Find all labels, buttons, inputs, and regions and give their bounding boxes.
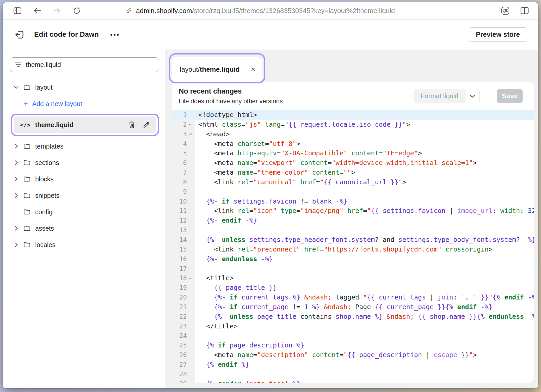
code-line-content: <title> [195, 273, 534, 283]
code-line-content: {%- unless page_title contains shop.name… [195, 312, 534, 322]
code-line-19: 19 {{ page_title }} [172, 283, 534, 293]
desktop-background: admin.shopify.com/store/rzq1xu-f5/themes… [0, 0, 541, 392]
forward-arrow-icon[interactable] [53, 6, 62, 15]
chevron-down-icon[interactable] [14, 85, 19, 89]
pencil-icon[interactable] [143, 121, 150, 128]
line-number: 14 [172, 235, 195, 245]
preview-store-button[interactable]: Preview store [468, 27, 528, 42]
line-number: 2 [172, 120, 195, 130]
sidebar-item-assets[interactable]: assets [10, 222, 159, 235]
tab-theme-liquid[interactable]: layout/theme.liquid × [172, 57, 262, 83]
file-tree: layout+Add a new layout</>theme.liquidte… [10, 81, 159, 251]
code-line-23: 23 </title> [172, 322, 534, 331]
folder-label: assets [35, 225, 54, 232]
line-number: 19 [172, 283, 195, 293]
fold-chevron-icon[interactable] [187, 133, 194, 136]
line-number: 12 [172, 216, 195, 225]
line-number: 24 [172, 331, 195, 341]
code-line-content: <head> [195, 130, 534, 139]
code-line-21: 21 {%- if current_page != 1 %} &ndash; P… [172, 302, 534, 312]
format-liquid-label[interactable]: Format liquid [414, 89, 465, 103]
chevron-right-icon[interactable] [14, 176, 19, 182]
code-line-content: {% render 'meta-tags' %} [195, 379, 534, 383]
folder-label: snippets [35, 192, 59, 199]
code-line-9: 9 [172, 187, 534, 197]
code-line-content: {%- endunless -%} [195, 254, 534, 264]
code-line-10: 10 {%- if settings.favicon != blank -%} [172, 197, 534, 206]
folder-label: locales [35, 241, 56, 249]
code-line-content: {%- if current_page != 1 %} &ndash; Page… [195, 302, 534, 312]
code-line-content [195, 370, 534, 379]
save-button[interactable]: Save [497, 89, 523, 103]
line-number: 26 [172, 350, 195, 360]
code-line-content [195, 264, 534, 274]
format-liquid-button[interactable]: Format liquid [414, 89, 480, 103]
trash-icon[interactable] [128, 121, 135, 128]
tab-close-icon[interactable]: × [251, 65, 255, 73]
code-line-content: <link rel="icon" type="image/png" href="… [195, 206, 534, 216]
line-number: 16 [172, 254, 195, 264]
reload-icon[interactable] [72, 6, 81, 15]
code-line-content: <meta charset="utf-8"> [195, 139, 534, 149]
file-search-input[interactable]: theme.liquid [10, 57, 159, 72]
add-new-layout-button[interactable]: +Add a new layout [10, 97, 159, 110]
chevron-right-icon[interactable] [14, 160, 19, 166]
code-line-11: 11 <link rel="icon" type="image/png" hre… [172, 206, 534, 216]
code-line-content: {%- if settings.favicon != blank -%} [195, 197, 534, 206]
code-line-content: {% if page_description %} [195, 341, 534, 350]
version-status: No recent changes File does not have any… [172, 87, 283, 105]
exit-editor-icon[interactable] [14, 29, 25, 40]
code-line-content [195, 331, 534, 341]
sidebar-item-templates[interactable]: templates [10, 140, 159, 153]
sidebar-toggle-icon[interactable] [13, 6, 22, 15]
browser-window: admin.shopify.com/store/rzq1xu-f5/themes… [3, 2, 538, 388]
line-number: 5 [172, 149, 195, 158]
file-sidebar: theme.liquid layout+Add a new layout</>t… [3, 50, 165, 388]
chevron-right-icon[interactable] [14, 242, 19, 248]
line-number: 7 [172, 168, 195, 177]
format-options-dropdown[interactable] [465, 89, 480, 103]
more-actions-button[interactable]: ••• [110, 31, 120, 38]
line-number: 25 [172, 341, 195, 350]
sidebar-item-locales[interactable]: locales [10, 238, 159, 251]
split-view-icon[interactable] [520, 6, 529, 15]
chevron-right-icon[interactable] [14, 143, 19, 149]
line-number: 27 [172, 360, 195, 370]
code-line-content [195, 225, 534, 235]
code-line-17: 17 [172, 264, 534, 274]
sidebar-item-sections[interactable]: sections [10, 156, 159, 169]
sidebar-item-config[interactable]: config [10, 205, 159, 218]
chevron-right-icon[interactable] [14, 225, 19, 231]
page-settings-icon[interactable] [501, 6, 510, 15]
line-number: 13 [172, 225, 195, 235]
fold-chevron-icon[interactable] [187, 123, 194, 126]
code-line-content: <!doctype html> [195, 110, 534, 120]
url-path: /store/rzq1xu-f5/themes/132683530345?key… [192, 7, 395, 15]
url-text: admin.shopify.com/store/rzq1xu-f5/themes… [136, 7, 395, 15]
line-number: 3 [172, 130, 195, 139]
selected-file-highlight-ring: </>theme.liquid [11, 114, 159, 136]
line-number: 15 [172, 245, 195, 254]
sidebar-item-layout[interactable]: layout [10, 81, 159, 94]
code-line-26: 26 <meta name="description" content="{{ … [172, 350, 534, 360]
chevron-right-icon[interactable] [14, 193, 19, 198]
line-number: 9 [172, 187, 195, 197]
url-bar[interactable]: admin.shopify.com/store/rzq1xu-f5/themes… [126, 7, 395, 15]
code-line-content: {%- if current_tags %} &ndash; tagged "{… [195, 293, 534, 302]
line-number: 10 [172, 197, 195, 206]
line-number: 21 [172, 302, 195, 312]
code-line-27: 27 {% endif %} [172, 360, 534, 370]
folder-label: config [35, 208, 53, 216]
sidebar-item-snippets[interactable]: snippets [10, 189, 159, 202]
line-number: 8 [172, 177, 195, 187]
editor-main: layout/theme.liquid × No recent changes … [165, 50, 538, 388]
code-line-content: <meta name="theme-color" content=""> [195, 168, 534, 177]
fold-chevron-icon[interactable] [187, 277, 194, 280]
sidebar-item-blocks[interactable]: blocks [10, 173, 159, 186]
tab-label: layout/theme.liquid [180, 65, 240, 74]
sidebar-item-theme-liquid-selected[interactable]: </>theme.liquid [14, 117, 156, 133]
back-arrow-icon[interactable] [33, 6, 42, 15]
folder-icon [23, 160, 30, 166]
code-editor[interactable]: 1<!doctype html>2<html class="js" lang="… [172, 110, 534, 383]
search-value: theme.liquid [26, 61, 61, 69]
